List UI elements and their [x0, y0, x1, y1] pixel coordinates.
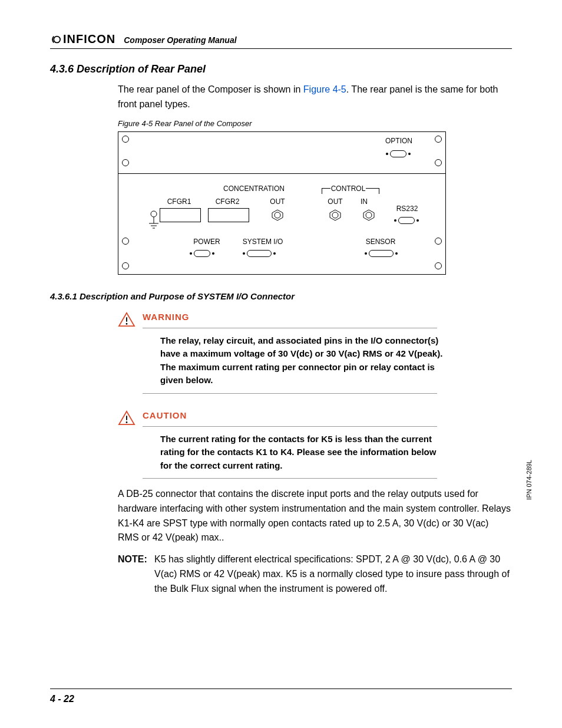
brand-logo: INFICON: [50, 32, 115, 46]
label-control-out: OUT: [323, 197, 347, 206]
subsection-heading: 4.3.6.1 Description and Purpose of SYSTE…: [50, 291, 512, 301]
label-conc-out: OUT: [266, 197, 289, 206]
svg-point-2: [275, 212, 280, 218]
caution-icon: [118, 410, 135, 426]
svg-point-17: [126, 421, 128, 423]
figure-reference-link[interactable]: Figure 4-5: [303, 84, 346, 94]
svg-marker-1: [272, 210, 283, 220]
section-intro: The rear panel of the Composer is shown …: [118, 83, 512, 112]
divider: [143, 393, 437, 394]
svg-point-6: [366, 212, 372, 218]
port-conc-out: [272, 209, 283, 221]
warning-title: WARNING: [143, 312, 512, 325]
warning-body: The relay, relay circuit, and associated…: [160, 334, 443, 387]
figure-caption: Figure 4-5 Rear Panel of the Composer: [118, 119, 512, 128]
port-control-in: [363, 209, 375, 221]
db25-paragraph: A DB-25 connector that contains the disc…: [118, 487, 512, 545]
page-header: INFICON Composer Operating Manual: [50, 32, 512, 49]
port-cfgr2: [208, 208, 249, 222]
note-text: K5 has slightly different electrical spe…: [154, 552, 512, 596]
ground-icon: [148, 210, 160, 234]
svg-point-0: [54, 36, 60, 42]
svg-point-14: [126, 323, 128, 325]
ipn-code: IPN 074-289L: [525, 460, 533, 500]
brand-text: INFICON: [63, 32, 115, 46]
svg-point-7: [151, 211, 157, 217]
label-sysio: SYSTEM I/O: [236, 238, 289, 246]
label-control: CONTROL: [325, 185, 372, 193]
port-cfgr1: [160, 208, 201, 222]
warning-icon: [118, 312, 135, 327]
rear-panel-figure: OPTION CONCENTRATION CONTROL CFGR1 CFGR2…: [118, 131, 446, 275]
label-concentration: CONCENTRATION: [219, 185, 289, 193]
label-sensor: SENSOR: [363, 238, 398, 246]
document-title: Composer Operating Manual: [124, 35, 236, 46]
inficon-logo-icon: [50, 34, 61, 45]
divider: [143, 328, 437, 328]
svg-marker-5: [363, 210, 374, 220]
divider: [143, 426, 437, 427]
warning-callout: WARNING The relay, relay circuit, and as…: [118, 312, 512, 394]
page-number: 4 - 22: [50, 694, 74, 704]
page-footer: 4 - 22: [50, 689, 512, 704]
caution-title: CAUTION: [143, 410, 512, 424]
label-cfgr1: CFGR1: [164, 197, 194, 206]
divider: [143, 478, 437, 479]
svg-point-4: [332, 212, 338, 218]
note-label: NOTE:: [118, 552, 154, 567]
port-control-out: [329, 209, 341, 221]
label-rs232: RS232: [392, 205, 422, 213]
section-heading: 4.3.6 Description of Rear Panel: [50, 63, 512, 75]
label-option: OPTION: [385, 137, 412, 145]
caution-callout: CAUTION The current rating for the conta…: [118, 410, 512, 479]
label-cfgr2: CFGR2: [213, 197, 242, 206]
label-control-in: IN: [355, 197, 373, 206]
intro-text-pre: The rear panel of the Composer is shown …: [118, 84, 303, 94]
svg-marker-3: [330, 210, 340, 220]
label-power: POWER: [189, 238, 224, 246]
caution-body: The current rating for the contacts for …: [160, 433, 443, 473]
note-block: NOTE: K5 has slightly different electric…: [118, 552, 512, 596]
